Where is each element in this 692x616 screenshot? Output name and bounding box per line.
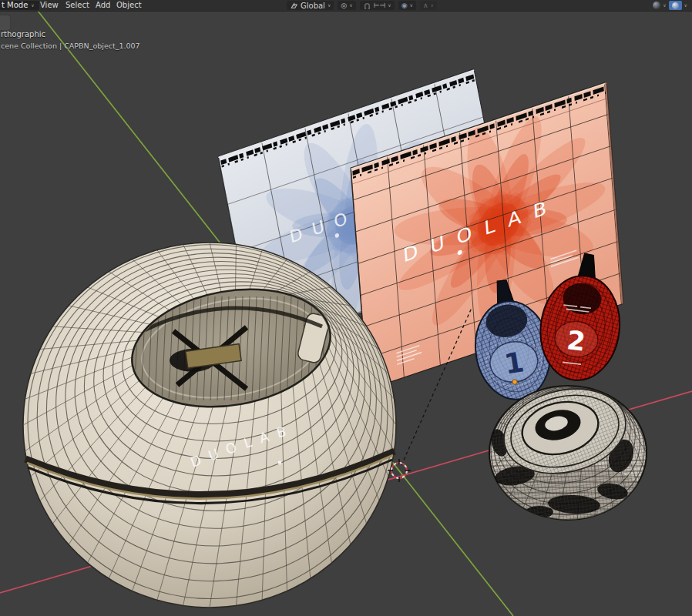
shading-rendered-sphere-icon	[672, 2, 679, 9]
proportional-editing-toggle[interactable]: ◉ ∨	[398, 1, 416, 10]
mode-label: t Mode	[2, 1, 28, 10]
chevron-down-icon: ∨	[410, 3, 413, 8]
shading-solid-sphere-icon[interactable]	[653, 2, 660, 9]
chevron-down-icon: ∨	[388, 3, 391, 8]
capsule-red-number: 2	[566, 324, 587, 357]
menu-object[interactable]: Object	[116, 0, 142, 11]
view-name-overlay: rthographic	[1, 30, 45, 38]
proportional-falloff-dropdown[interactable]: ∧ ∨	[420, 1, 437, 10]
pivot-point-dropdown[interactable]: ◎ ∨	[338, 1, 355, 10]
falloff-curve-icon: ∧	[423, 2, 428, 9]
orientation-icon	[290, 2, 298, 10]
viewport-header: t Mode ∨ View Select Add Object Global ∨…	[0, 0, 692, 12]
magnet-icon	[363, 2, 371, 10]
active-object-breadcrumb: cene Collection | CAPBN_object_1.007	[1, 42, 140, 50]
mode-dropdown[interactable]: t Mode ∨	[0, 1, 39, 10]
menu-view[interactable]: View	[40, 0, 59, 11]
menu-add[interactable]: Add	[96, 0, 110, 11]
viewport-3d[interactable]: DUOLAB DUOLAB	[0, 0, 692, 616]
snap-group[interactable]: ⊢⊣ ∨	[360, 1, 395, 10]
proportional-editing-icon: ◉	[401, 2, 408, 9]
object-origin-dot	[512, 380, 517, 384]
chevron-down-icon: ∨	[349, 3, 352, 8]
transform-orientation-dropdown[interactable]: Global ∨	[287, 1, 334, 10]
viewport-shading-active-button[interactable]	[669, 1, 682, 10]
pivot-point-icon: ◎	[341, 2, 347, 9]
snap-target-icon: ⊢⊣	[374, 2, 386, 9]
orientation-label: Global	[301, 2, 325, 10]
chevron-down-icon: ∨	[684, 3, 687, 8]
menu-select[interactable]: Select	[66, 0, 89, 11]
chevron-down-icon: ∨	[663, 3, 666, 8]
blender-window: DUOLAB DUOLAB	[0, 0, 692, 616]
jar-compact[interactable]	[485, 377, 651, 529]
toolbar-edge[interactable]	[0, 15, 11, 31]
torus-device[interactable]: DUOLAB	[23, 243, 396, 608]
chevron-down-icon: ∨	[431, 3, 434, 8]
chevron-down-icon: ∨	[31, 3, 34, 8]
chevron-down-icon: ∨	[328, 3, 331, 8]
